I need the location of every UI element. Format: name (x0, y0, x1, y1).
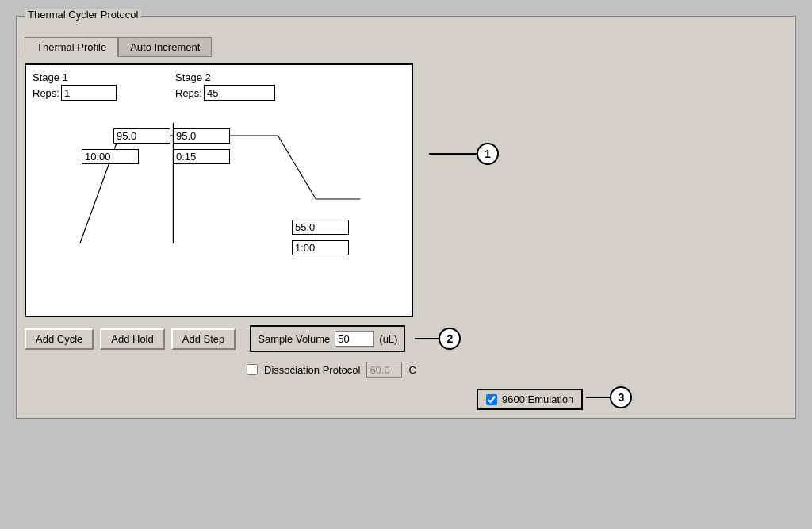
dissociation-input[interactable] (366, 362, 402, 378)
stage-2-step1-temp-box[interactable]: 95.0 (173, 128, 230, 144)
emulation-row: 9600 Emulation 3 (25, 384, 787, 410)
sample-volume-unit: (uL) (379, 333, 397, 345)
sample-volume-box: Sample Volume (uL) (250, 325, 405, 352)
buttons-row: Add Cycle Add Hold Add Step Sample Volum… (25, 325, 787, 352)
callout-2-line (415, 338, 439, 339)
dissociation-row: Dissociation Protocol C (25, 362, 787, 378)
profile-area: Stage 1 Reps: Stage 2 Reps: (25, 63, 413, 317)
callout-3-container: 3 (586, 386, 632, 408)
stage-2-reps-label: Reps: (175, 87, 202, 99)
add-cycle-button[interactable]: Add Cycle (25, 328, 94, 350)
right-side: 1 (429, 63, 787, 317)
stage-1-reps-label: Reps: (33, 87, 59, 99)
callout-3-line (586, 397, 610, 398)
callout-3-number: 3 (610, 386, 632, 408)
stage-1-temp-box[interactable]: 95.0 (113, 128, 170, 144)
emulation-box: 9600 Emulation (477, 389, 583, 410)
stage-1-reps-row: Reps: (33, 85, 175, 101)
callout-2-container: 2 (415, 328, 461, 350)
stage-2-step2-temp-box[interactable]: 55.0 (292, 220, 349, 235)
stage-2-reps-row: Reps: (175, 85, 334, 101)
dissociation-unit: C (408, 364, 416, 376)
stage-1-reps-input[interactable] (61, 85, 117, 101)
tab-auto-increment[interactable]: Auto Increment (118, 37, 212, 57)
stage-1-time-box[interactable]: 10:00 (82, 149, 139, 164)
thermal-chart (26, 117, 412, 307)
tabs-row: Thermal Profile Auto Increment (25, 37, 787, 57)
dissociation-label: Dissociation Protocol (264, 364, 360, 376)
callout-1-line (429, 153, 477, 155)
add-step-button[interactable]: Add Step (171, 328, 236, 350)
callout-1-container: 1 (429, 143, 499, 165)
emulation-checkbox[interactable] (486, 394, 497, 405)
svg-line-3 (278, 136, 316, 199)
stage-1-header: Stage 1 Reps: (33, 71, 175, 104)
sample-volume-input[interactable] (335, 331, 374, 347)
stage-1-label: Stage 1 (33, 71, 175, 83)
tab-thermal-profile[interactable]: Thermal Profile (25, 37, 118, 57)
add-hold-button[interactable]: Add Hold (100, 328, 164, 350)
callout-1-number: 1 (477, 143, 499, 165)
panel-title: Thermal Cycler Protocol (25, 9, 141, 21)
thermal-cycler-panel: Thermal Cycler Protocol Thermal Profile … (16, 16, 796, 419)
sample-volume-label: Sample Volume (258, 333, 330, 345)
callout-2-number: 2 (439, 328, 461, 350)
stage-2-reps-input[interactable] (204, 85, 275, 101)
stage-2-step1-time-box[interactable]: 0:15 (173, 149, 230, 164)
emulation-label: 9600 Emulation (502, 393, 573, 405)
stage-2-step2-time-box[interactable]: 1:00 (292, 240, 349, 255)
dissociation-checkbox[interactable] (247, 364, 258, 375)
stage-2-header: Stage 2 Reps: (175, 71, 334, 104)
stage-2-label: Stage 2 (175, 71, 334, 83)
